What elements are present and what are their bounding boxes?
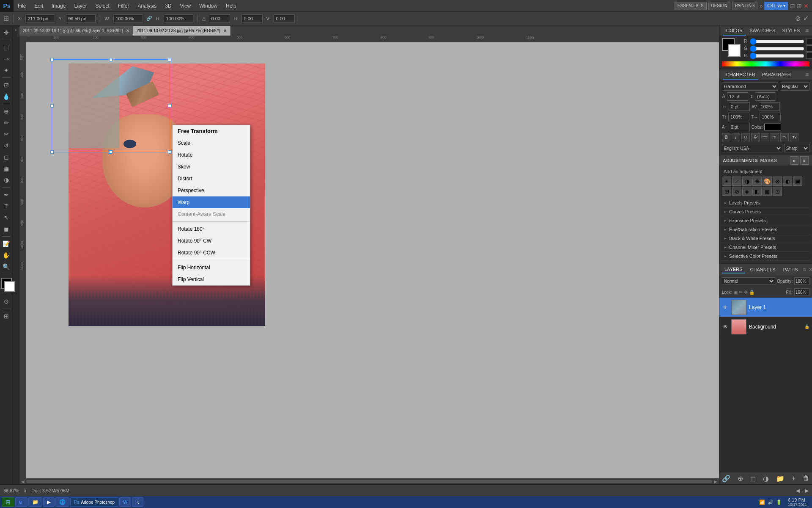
menu-image[interactable]: Image bbox=[47, 0, 70, 12]
dodge-tool[interactable]: ◑ bbox=[1, 174, 12, 185]
tab-character[interactable]: CHARACTER bbox=[723, 69, 758, 80]
zoom-tool[interactable]: 🔍 bbox=[1, 261, 12, 272]
hand-tool[interactable]: ✋ bbox=[1, 250, 12, 261]
layer-link-btn[interactable]: 🔗 bbox=[722, 475, 730, 483]
taskbar-ie[interactable]: e bbox=[15, 497, 27, 507]
status-arrow-left[interactable]: ◀ bbox=[796, 488, 800, 494]
adj-vibrance-btn[interactable]: ❋ bbox=[752, 177, 762, 186]
shape-tool[interactable]: ◼ bbox=[1, 224, 12, 235]
adj-selective-color-btn[interactable]: ⊡ bbox=[773, 187, 782, 196]
tab-paragraph[interactable]: PARAGRAPH bbox=[758, 69, 794, 80]
menu-file[interactable]: File bbox=[14, 0, 30, 12]
marquee-tool[interactable]: ⬚ bbox=[1, 42, 12, 53]
transform-handle-tc[interactable] bbox=[109, 58, 112, 61]
underline-btn[interactable]: U bbox=[741, 133, 750, 141]
adj-exposure-preset[interactable]: ▸ Exposure Presets bbox=[721, 216, 810, 225]
lock-all-icon[interactable]: 🔒 bbox=[749, 290, 755, 295]
leading-input[interactable] bbox=[755, 92, 776, 101]
brush-tool[interactable]: ✏ bbox=[1, 117, 12, 128]
adj-bw-btn[interactable]: ◐ bbox=[783, 177, 792, 186]
menu-window[interactable]: Window bbox=[195, 0, 222, 12]
menu-3d[interactable]: 3D bbox=[161, 0, 176, 12]
r-value-input[interactable]: 0 bbox=[806, 38, 812, 44]
bold-btn[interactable]: B bbox=[722, 133, 730, 141]
adj-invert-btn[interactable]: ⊘ bbox=[732, 187, 741, 196]
eraser-tool[interactable]: ◻ bbox=[1, 152, 12, 163]
adj-bw-preset[interactable]: ▸ Black & White Presets bbox=[721, 234, 810, 243]
menu-help[interactable]: Help bbox=[222, 0, 241, 12]
adj-brightness-btn[interactable]: ☀ bbox=[722, 177, 731, 186]
design-btn[interactable]: DESIGN bbox=[708, 2, 730, 10]
italic-btn[interactable]: I bbox=[732, 133, 740, 141]
h-input[interactable] bbox=[164, 14, 193, 23]
ctx-free-transform[interactable]: Free Transform bbox=[173, 125, 250, 137]
ctx-rotate[interactable]: Rotate bbox=[173, 149, 250, 161]
menu-filter[interactable]: Filter bbox=[114, 0, 134, 12]
menu-analysis[interactable]: Analysis bbox=[133, 0, 161, 12]
adj-threshold-btn[interactable]: ◧ bbox=[752, 187, 762, 196]
background-swatch[interactable] bbox=[4, 281, 15, 292]
baseline-input[interactable] bbox=[729, 123, 750, 131]
cs-live-btn[interactable]: CS Live ▾ bbox=[764, 2, 788, 10]
v-input[interactable] bbox=[274, 14, 295, 23]
menu-select[interactable]: Select bbox=[91, 0, 113, 12]
ctx-rotate90cw[interactable]: Rotate 90° CW bbox=[173, 235, 250, 247]
rotation-input[interactable] bbox=[209, 14, 230, 23]
move-tool[interactable]: ✥ bbox=[1, 27, 12, 38]
painting-btn[interactable]: PAINTING bbox=[732, 2, 757, 10]
tab-2[interactable]: 2011-09-13 02.20.38.jpg @ 66.7% (RGB/8#)… bbox=[133, 26, 230, 36]
x-input[interactable] bbox=[25, 14, 55, 23]
adj-gradient-map-btn[interactable]: ▦ bbox=[763, 187, 772, 196]
horizontal-scale-input[interactable] bbox=[760, 113, 781, 121]
new-fill-layer-btn[interactable]: ◑ bbox=[763, 475, 769, 483]
add-mask-btn[interactable]: ◻ bbox=[750, 475, 756, 483]
tab-color[interactable]: COLOR bbox=[723, 25, 746, 36]
layer-1-visibility[interactable]: 👁 bbox=[722, 304, 729, 311]
new-layer-btn[interactable]: + bbox=[792, 475, 796, 482]
b-value-input[interactable]: 0 bbox=[806, 52, 812, 59]
strikethrough-btn[interactable]: S̶ bbox=[751, 133, 760, 141]
color-panel-menu[interactable]: ≡ bbox=[806, 28, 809, 33]
kerning-input[interactable] bbox=[759, 102, 780, 111]
taskbar-music[interactable]: ♫ bbox=[132, 497, 143, 507]
canvas-document[interactable]: Free Transform Scale Rotate Skew Distort… bbox=[26, 42, 719, 478]
ctx-rotate180[interactable]: Rotate 180° bbox=[173, 223, 250, 235]
opacity-input[interactable] bbox=[794, 277, 809, 285]
add-layer-style-btn[interactable]: ⊕ bbox=[738, 475, 743, 483]
smallcaps-btn[interactable]: Tt bbox=[771, 133, 779, 141]
crop-tool[interactable]: ⊡ bbox=[1, 80, 12, 91]
ctx-warp[interactable]: Warp bbox=[173, 196, 250, 208]
masks-title[interactable]: MASKS bbox=[760, 158, 777, 163]
delete-layer-btn[interactable]: 🗑 bbox=[803, 475, 809, 482]
canvas-area[interactable]: 2011-09-13 02.19.11.jpg @ 66.7% (Layer 1… bbox=[19, 25, 719, 484]
tab-channels[interactable]: CHANNELS bbox=[748, 266, 778, 273]
tab-1[interactable]: 2011-09-13 02.19.11.jpg @ 66.7% (Layer 1… bbox=[19, 26, 133, 36]
color-spectrum-bar[interactable] bbox=[722, 61, 809, 66]
type-tool[interactable]: T bbox=[1, 201, 12, 212]
tab-swatches[interactable]: SWATCHES bbox=[746, 25, 779, 36]
adj-posterize-btn[interactable]: ◈ bbox=[742, 187, 752, 196]
quick-mask-btn[interactable]: ⊙ bbox=[1, 296, 12, 307]
ctx-skew[interactable]: Skew bbox=[173, 161, 250, 173]
tab-paths[interactable]: PATHS bbox=[781, 266, 801, 273]
text-color-swatch[interactable] bbox=[764, 124, 781, 130]
antialiasing-select[interactable]: Sharp bbox=[784, 144, 809, 152]
eyedropper-tool[interactable]: 💧 bbox=[1, 91, 12, 102]
font-size-input[interactable] bbox=[727, 92, 748, 101]
transform-handle-tl[interactable] bbox=[50, 58, 54, 61]
menu-layer[interactable]: Layer bbox=[70, 0, 91, 12]
clone-stamp-tool[interactable]: ✂ bbox=[1, 129, 12, 140]
healing-brush-tool[interactable]: ⊕ bbox=[1, 106, 12, 117]
layer-bg-visibility[interactable]: 👁 bbox=[722, 323, 729, 330]
transform-handle-tr[interactable] bbox=[168, 58, 171, 61]
adj-hsl-preset[interactable]: ▸ Hue/Saturation Presets bbox=[721, 225, 810, 234]
taskbar-chrome[interactable]: 🌐 bbox=[55, 497, 69, 507]
ctx-scale[interactable]: Scale bbox=[173, 137, 250, 149]
path-selection-tool[interactable]: ↖ bbox=[1, 212, 12, 223]
layer-item-1[interactable]: 👁 Layer 1 bbox=[719, 298, 812, 317]
adj-menu-btn[interactable]: ≡ bbox=[800, 156, 809, 165]
menu-view[interactable]: View bbox=[176, 0, 195, 12]
essentials-btn[interactable]: ESSENTIALS bbox=[675, 2, 707, 10]
taskbar-word[interactable]: W bbox=[119, 497, 131, 507]
font-style-select[interactable]: Regular bbox=[780, 82, 809, 91]
